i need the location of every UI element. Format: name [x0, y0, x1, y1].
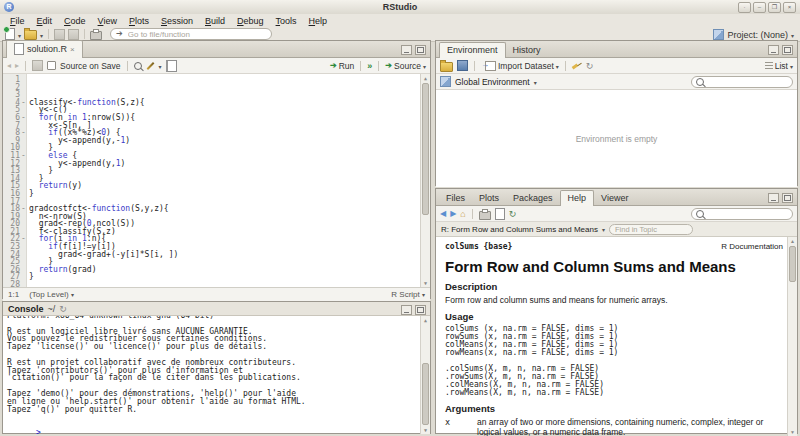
environment-search-box[interactable] — [691, 76, 793, 88]
code-line[interactable]: 27 } — [3, 273, 430, 281]
help-scrollbar[interactable]: ▲ ▼ — [787, 237, 797, 436]
save-icon[interactable] — [54, 29, 65, 40]
forward-icon[interactable]: ▸ — [15, 62, 19, 70]
save-workspace-icon[interactable] — [457, 60, 468, 71]
scroll-down-icon[interactable]: ▼ — [788, 428, 797, 436]
menu-item[interactable]: Help — [303, 15, 334, 27]
tab-packages[interactable]: Packages — [506, 191, 560, 205]
console-scrollbar[interactable]: ▲ ▼ — [420, 316, 430, 434]
close-button[interactable]: × — [783, 2, 796, 13]
import-dataset-button[interactable]: Import Dataset — [481, 61, 559, 71]
code-line[interactable]: 1 — [3, 76, 430, 84]
environment-search-input[interactable] — [707, 76, 788, 87]
tab-plots[interactable]: Plots — [472, 191, 506, 205]
fold-marker[interactable] — [20, 213, 27, 221]
fold-marker[interactable]: - — [20, 235, 27, 243]
scroll-up-icon[interactable]: ▲ — [421, 316, 430, 324]
fold-marker[interactable] — [20, 251, 27, 259]
code-tools-icon[interactable] — [146, 61, 155, 70]
scroll-down-icon[interactable]: ▼ — [421, 279, 430, 287]
back-icon[interactable]: ◂ — [7, 62, 11, 70]
menu-item[interactable]: File — [4, 15, 31, 27]
menu-item[interactable]: Debug — [231, 15, 270, 27]
refresh-icon[interactable]: ↻ — [586, 62, 594, 70]
fold-marker[interactable] — [20, 258, 27, 266]
fold-marker[interactable] — [20, 160, 27, 168]
fold-marker[interactable] — [20, 243, 27, 251]
fold-marker[interactable] — [20, 182, 27, 190]
chevron-down-icon[interactable] — [602, 225, 605, 234]
back-icon[interactable]: ◀ — [440, 210, 446, 218]
fold-marker[interactable] — [20, 137, 27, 145]
fold-marker[interactable] — [20, 281, 27, 287]
print-icon[interactable] — [479, 211, 491, 220]
minimize-pane-icon[interactable] — [401, 45, 412, 55]
open-in-new-window-icon[interactable] — [495, 208, 505, 220]
fold-marker[interactable] — [20, 266, 27, 274]
code-line[interactable]: 15 return(y) — [3, 182, 430, 190]
chevron-down-icon[interactable] — [18, 29, 21, 40]
refresh-icon[interactable]: ↻ — [509, 210, 517, 218]
menu-item[interactable]: Plots — [123, 15, 155, 27]
chevron-down-icon[interactable] — [159, 61, 162, 71]
source-button[interactable]: ➔ Source — [385, 61, 426, 71]
console-prompt-line[interactable]: > — [7, 421, 426, 434]
home-icon[interactable]: ⌂ — [460, 210, 465, 218]
fold-marker[interactable]: - — [20, 205, 27, 213]
code-line[interactable]: 28 — [3, 281, 430, 287]
goto-file-function-input[interactable] — [126, 29, 266, 40]
minimize-pane-icon[interactable] — [401, 305, 412, 315]
search-icon[interactable] — [134, 62, 142, 70]
load-workspace-icon[interactable] — [440, 62, 453, 72]
fold-marker[interactable] — [20, 84, 27, 92]
fold-marker[interactable]: - — [20, 129, 27, 137]
new-file-icon[interactable] — [5, 28, 15, 40]
tab-help[interactable]: Help — [560, 190, 595, 206]
minimize-button[interactable]: – — [753, 2, 766, 13]
close-icon[interactable] — [70, 44, 75, 54]
minimize-pane-icon[interactable] — [768, 193, 779, 203]
menu-item[interactable]: Session — [155, 15, 199, 27]
help-search-box[interactable] — [691, 208, 793, 220]
chevron-down-icon[interactable] — [40, 29, 43, 40]
source-on-save-checkbox[interactable] — [47, 61, 56, 70]
rerun-icon[interactable]: » — [367, 62, 372, 70]
code-line[interactable]: 16 } — [3, 190, 430, 198]
fold-marker[interactable] — [20, 273, 27, 281]
console-output[interactable]: Platform: x86_64-unknown-linux-gnu (64-b… — [3, 316, 430, 434]
clear-workspace-icon[interactable] — [572, 61, 582, 70]
maximize-pane-icon[interactable] — [415, 45, 426, 55]
global-environment-selector[interactable]: Global Environment — [455, 77, 530, 87]
find-in-topic-input[interactable] — [609, 224, 693, 235]
scroll-up-icon[interactable]: ▲ — [421, 74, 430, 82]
minimize-pane-icon[interactable] — [768, 45, 779, 55]
scroll-up-icon[interactable]: ▲ — [788, 237, 797, 245]
forward-icon[interactable]: ▶ — [450, 210, 456, 218]
fold-marker[interactable] — [20, 167, 27, 175]
tab-history[interactable]: History — [506, 43, 548, 57]
goto-file-function-box[interactable]: ➔ — [110, 28, 272, 40]
fold-marker[interactable]: - — [20, 99, 27, 107]
maximize-button[interactable]: ❐ — [768, 2, 781, 13]
tab-viewer[interactable]: Viewer — [594, 191, 635, 205]
code-line[interactable]: 9 y<-append(y,-1) — [3, 137, 430, 145]
help-topic-selector[interactable]: R: Form Row and Column Sums and Means — [441, 225, 598, 234]
maximize-pane-icon[interactable] — [782, 45, 793, 55]
help-search-input[interactable] — [707, 208, 788, 219]
maximize-pane-icon[interactable] — [415, 305, 426, 315]
tab-files[interactable]: Files — [439, 191, 472, 205]
menu-item[interactable]: Build — [199, 15, 231, 27]
scope-selector[interactable]: (Top Level) — [29, 290, 74, 299]
list-view-selector[interactable]: List — [765, 61, 793, 71]
save-icon[interactable] — [32, 60, 43, 71]
chevron-down-icon[interactable] — [534, 77, 537, 87]
fold-marker[interactable] — [20, 175, 27, 183]
maximize-pane-icon[interactable] — [782, 193, 793, 203]
code-line[interactable]: 24 grad<-grad+(-y[i]*S[i, ]) — [3, 251, 430, 259]
menu-item[interactable]: Edit — [31, 15, 59, 27]
editor-scrollbar[interactable]: ▲ ▼ — [420, 74, 430, 287]
fold-marker[interactable]: - — [20, 114, 27, 122]
tab-environment[interactable]: Environment — [439, 42, 506, 58]
run-button[interactable]: ➔ Run — [330, 61, 354, 71]
code-line[interactable]: 26 return(grad) — [3, 266, 430, 274]
